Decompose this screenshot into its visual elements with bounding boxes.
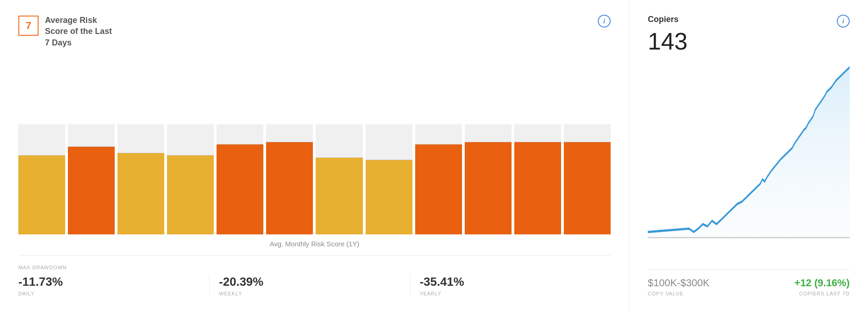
bar-bottom-section (68, 147, 115, 234)
bar-top-section (564, 124, 611, 142)
drawdown-label: MAX DRAWDOWN (18, 265, 611, 270)
bar-bottom-section (18, 156, 65, 234)
bar-top-section (514, 124, 561, 142)
bar-top-section (316, 124, 362, 157)
bar-col (217, 124, 263, 234)
chart-label: Avg. Monthly Risk Score (1Y) (18, 240, 611, 248)
drawdown-section: MAX DRAWDOWN -11.73%DAILY-20.39%WEEKLY-3… (18, 255, 611, 296)
copiers-count: 143 (648, 28, 850, 55)
bar-top-section (117, 124, 164, 153)
drawdown-period: YEARLY (420, 291, 601, 296)
copiers-change-group: +12 (9.16%) COPIERS LAST 7D (795, 277, 850, 296)
bar-top-section (18, 124, 65, 155)
bar-col (316, 124, 362, 234)
bar-top-section (68, 124, 115, 146)
svg-marker-0 (648, 67, 850, 238)
score-badge: 7 (18, 16, 39, 36)
right-header: Copiers i (648, 15, 850, 28)
bar-bottom-section (366, 160, 412, 234)
drawdown-value: -35.41% (420, 275, 601, 289)
bar-bottom-section (415, 144, 462, 234)
drawdown-item: -11.73%DAILY (18, 275, 210, 296)
drawdown-item: -35.41%YEARLY (420, 275, 611, 296)
left-panel: 7 Average Risk Score of the Last 7 Days … (0, 0, 629, 311)
right-panel: Copiers i 143 $100K-$300K COPY VALUE +12 (629, 0, 868, 311)
drawdown-period: DAILY (18, 291, 200, 296)
bar-col (415, 124, 462, 234)
bar-bottom-section (266, 142, 313, 234)
bar-col (366, 124, 412, 234)
copy-value-amount: $100K-$300K (648, 277, 710, 289)
drawdown-period: WEEKLY (219, 291, 401, 296)
drawdown-item: -20.39%WEEKLY (219, 275, 410, 296)
bar-col (564, 124, 611, 234)
copiers-change-label: COPIERS LAST 7D (795, 291, 850, 296)
right-info-icon[interactable]: i (837, 15, 850, 28)
bar-top-section (465, 124, 512, 142)
bar-bottom-section (117, 153, 164, 234)
title-group: 7 Average Risk Score of the Last 7 Days (18, 15, 112, 48)
bar-bottom-section (465, 142, 512, 234)
bar-col (266, 124, 313, 234)
bars-area (18, 61, 611, 234)
bar-col (167, 124, 214, 234)
bar-top-section (415, 124, 462, 144)
bar-bottom-section (316, 158, 362, 234)
bar-col (68, 124, 115, 234)
bar-chart: Avg. Monthly Risk Score (1Y) (18, 61, 611, 250)
left-info-icon[interactable]: i (598, 15, 611, 28)
copy-value-group: $100K-$300K COPY VALUE (648, 277, 710, 296)
bar-bottom-section (514, 142, 561, 234)
left-header: 7 Average Risk Score of the Last 7 Days … (18, 15, 611, 48)
bar-col (514, 124, 561, 234)
drawdown-values: -11.73%DAILY-20.39%WEEKLY-35.41%YEARLY (18, 275, 611, 296)
copiers-title: Copiers (648, 15, 679, 24)
bar-top-section (217, 124, 263, 144)
copiers-chart (648, 58, 850, 260)
bar-top-section (366, 124, 412, 160)
panel-title: Average Risk Score of the Last 7 Days (45, 15, 112, 48)
bar-col (117, 124, 164, 234)
drawdown-value: -11.73% (18, 275, 200, 289)
bar-col (465, 124, 512, 234)
bar-bottom-section (167, 156, 214, 234)
bar-top-section (167, 124, 214, 155)
bar-bottom-section (217, 144, 263, 234)
copy-value-label: COPY VALUE (648, 291, 710, 296)
bar-bottom-section (564, 142, 611, 234)
bottom-stats: $100K-$300K COPY VALUE +12 (9.16%) COPIE… (648, 269, 850, 296)
bar-top-section (266, 124, 313, 142)
copiers-change-value: +12 (9.16%) (795, 277, 850, 289)
bar-col (18, 124, 65, 234)
drawdown-value: -20.39% (219, 275, 401, 289)
